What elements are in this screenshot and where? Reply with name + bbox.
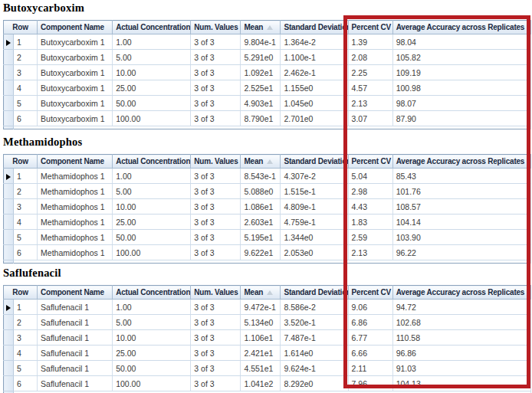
cell-conc[interactable]: 1.00 [113,169,191,184]
table-row[interactable]: 3Methamidophos 110.003 of 31.086e14.809e… [4,199,531,215]
row-selector[interactable] [4,215,14,230]
cell-mean[interactable]: 1.041e2 [241,376,281,391]
column-header-row[interactable]: Row [4,155,38,169]
cell-sd[interactable]: 1.045e0 [281,96,348,111]
cell-conc[interactable]: 1.00 [113,300,191,315]
cell-component[interactable]: Saflufenacil 1 [38,315,113,330]
cell-sd[interactable]: 1.100e-1 [281,50,348,65]
cell-num[interactable]: 3 of 3 [191,184,241,199]
column-header-cv[interactable]: Percent CV [348,286,392,300]
cell-sd[interactable]: 4.759e-1 [281,215,348,230]
row-selector[interactable] [4,199,14,215]
row-selector[interactable] [4,80,14,96]
table-row[interactable]: 2Methamidophos 15.003 of 35.088e01.515e-… [4,184,531,199]
cell-conc[interactable]: 5.00 [113,315,191,330]
cell-component[interactable]: Butoxycarboxim 1 [38,34,113,50]
cell-row[interactable]: 6 [14,245,38,260]
cell-acc[interactable]: 96.86 [392,346,530,361]
table-row[interactable]: 2Butoxycarboxim 15.003 of 35.291e01.100e… [4,50,531,65]
cell-num[interactable]: 3 of 3 [191,376,241,391]
column-header-component[interactable]: Component Name [38,155,113,169]
cell-component[interactable]: Saflufenacil 1 [38,300,113,315]
cell-acc[interactable]: 87.90 [392,111,530,126]
column-header-row[interactable]: Row [4,21,38,34]
cell-sd[interactable]: 1.614e0 [281,346,348,361]
cell-num[interactable]: 3 of 3 [191,245,241,260]
cell-sd[interactable]: 1.364e-2 [281,34,348,50]
cell-num[interactable]: 3 of 3 [191,50,241,65]
cell-num[interactable]: 3 of 3 [191,169,241,184]
table-row[interactable]: 3Butoxycarboxim 110.003 of 31.092e12.462… [4,65,531,80]
table-row[interactable]: 5Butoxycarboxim 150.003 of 34.903e11.045… [4,96,531,111]
cell-acc[interactable]: 98.04 [392,34,530,50]
cell-row[interactable]: 3 [14,199,38,215]
cell-conc[interactable]: 50.00 [113,230,191,245]
cell-sd[interactable]: 8.586e-2 [281,300,348,315]
column-header-num[interactable]: Num. Values [191,21,241,34]
column-header-conc[interactable]: Actual Concentration [113,286,191,300]
cell-mean[interactable]: 8.790e1 [241,111,281,126]
cell-row[interactable]: 4 [14,215,38,230]
cell-acc[interactable]: 94.72 [392,300,530,315]
column-header-acc[interactable]: Average Accuracy across Replicates [392,21,530,34]
cell-component[interactable]: Butoxycarboxim 1 [38,111,113,126]
cell-acc[interactable]: 102.68 [392,315,530,330]
cell-cv[interactable]: 4.43 [348,199,392,215]
cell-component[interactable]: Methamidophos 1 [38,245,113,260]
cell-acc[interactable]: 101.76 [392,184,530,199]
cell-cv[interactable]: 2.98 [348,184,392,199]
cell-row[interactable]: 6 [14,376,38,391]
cell-cv[interactable]: 2.25 [348,65,392,80]
cell-mean[interactable]: 4.903e1 [241,96,281,111]
cell-mean[interactable]: 5.088e0 [241,184,281,199]
cell-row[interactable]: 2 [14,315,38,330]
cell-cv[interactable]: 2.13 [348,245,392,260]
cell-cv[interactable]: 1.83 [348,215,392,230]
cell-cv[interactable]: 2.13 [348,96,392,111]
cell-component[interactable]: Methamidophos 1 [38,169,113,184]
cell-acc[interactable]: 104.13 [392,376,530,391]
cell-mean[interactable]: 9.622e1 [241,245,281,260]
table-row[interactable]: 4Methamidophos 125.003 of 32.603e14.759e… [4,215,531,230]
table-row[interactable]: 3Saflufenacil 110.003 of 31.106e17.487e-… [4,330,531,346]
cell-sd[interactable]: 9.624e-1 [281,361,348,376]
cell-mean[interactable]: 2.603e1 [241,215,281,230]
column-header-sd[interactable]: Standard Deviation [281,155,348,169]
table-row[interactable]: 1Butoxycarboxim 11.003 of 39.804e-11.364… [4,34,531,50]
row-selector[interactable] [4,50,14,65]
cell-component[interactable]: Saflufenacil 1 [38,376,113,391]
cell-component[interactable]: Saflufenacil 1 [38,346,113,361]
cell-cv[interactable]: 1.39 [348,34,392,50]
cell-num[interactable]: 3 of 3 [191,300,241,315]
cell-cv[interactable]: 2.11 [348,361,392,376]
cell-acc[interactable]: 98.07 [392,96,530,111]
cell-row[interactable]: 5 [14,230,38,245]
table-row[interactable]: 1Saflufenacil 11.003 of 39.472e-18.586e-… [4,300,531,315]
cell-num[interactable]: 3 of 3 [191,346,241,361]
row-selector[interactable] [4,376,14,391]
cell-acc[interactable]: 110.58 [392,330,530,346]
cell-cv[interactable]: 2.59 [348,230,392,245]
cell-cv[interactable]: 5.04 [348,169,392,184]
cell-row[interactable]: 3 [14,330,38,346]
cell-conc[interactable]: 25.00 [113,346,191,361]
row-selector[interactable] [4,34,14,50]
cell-num[interactable]: 3 of 3 [191,111,241,126]
table-row[interactable]: 1Methamidophos 11.003 of 38.543e-14.307e… [4,169,531,184]
cell-component[interactable]: Butoxycarboxim 1 [38,65,113,80]
column-header-conc[interactable]: Actual Concentration [113,155,191,169]
cell-acc[interactable]: 108.57 [392,199,530,215]
cell-conc[interactable]: 5.00 [113,184,191,199]
column-header-conc[interactable]: Actual Concentration [113,21,191,34]
cell-cv[interactable]: 7.96 [348,376,392,391]
cell-conc[interactable]: 100.00 [113,376,191,391]
cell-mean[interactable]: 9.804e-1 [241,34,281,50]
cell-row[interactable]: 1 [14,169,38,184]
table-row[interactable]: 6Methamidophos 1100.003 of 39.622e12.053… [4,245,531,260]
row-selector[interactable] [4,111,14,126]
cell-cv[interactable]: 6.77 [348,330,392,346]
cell-num[interactable]: 3 of 3 [191,230,241,245]
row-selector[interactable] [4,169,14,184]
cell-sd[interactable]: 4.809e-1 [281,199,348,215]
cell-conc[interactable]: 50.00 [113,96,191,111]
